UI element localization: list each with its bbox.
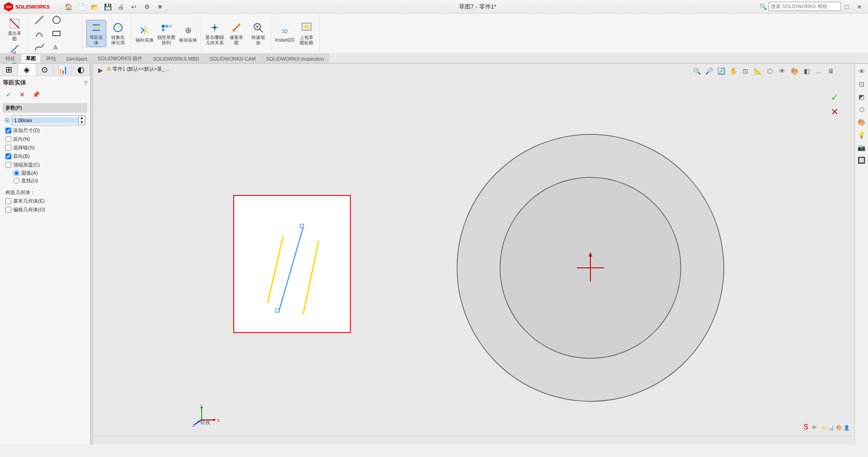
offset-geom-row: 偏移几何体(O) xyxy=(3,205,87,214)
tab-sw-mbd[interactable]: SOLIDWORKS MBD xyxy=(148,54,204,63)
rotate-view-btn[interactable]: 🔄 xyxy=(716,66,726,76)
bidirectional-label: 双向(B) xyxy=(13,153,30,160)
panel-title: 等距实体 xyxy=(3,79,26,87)
instant2d-btn[interactable]: 2D Instant2D xyxy=(275,20,295,47)
add-dim-checkbox[interactable] xyxy=(5,128,11,133)
search-input[interactable] xyxy=(769,2,841,11)
svg-text:Y: Y xyxy=(199,404,202,406)
pan-btn[interactable]: ✋ xyxy=(728,66,739,76)
tab-sketch[interactable]: 草图 xyxy=(21,54,41,63)
display-style-btn[interactable]: ⬡ xyxy=(764,66,775,76)
move-entities-btn[interactable]: ⊕ 移动实体 xyxy=(178,20,198,47)
view-orient-btn[interactable]: ⊡ xyxy=(740,66,751,76)
arc-btn[interactable] xyxy=(31,27,47,40)
options-btn[interactable]: ▼ xyxy=(154,2,166,12)
tab-sw-cam[interactable]: SOLIDWORKS CAM xyxy=(205,54,261,63)
sketch-svg xyxy=(234,196,350,332)
rect-btn[interactable] xyxy=(48,27,65,40)
mirror-icon xyxy=(138,24,151,37)
rs-floor-btn[interactable]: 🔲 xyxy=(856,154,868,166)
more-views-btn[interactable]: … xyxy=(813,66,824,76)
rs-section-btn[interactable]: ◩ xyxy=(856,91,868,103)
line-btn[interactable] xyxy=(31,14,47,26)
line-radio[interactable] xyxy=(14,178,19,184)
print-btn[interactable]: 🖨 xyxy=(115,2,127,12)
panel-ok-btn[interactable]: ✓ xyxy=(3,90,14,100)
repair-sketch-btn[interactable]: 修复草图 xyxy=(226,20,246,47)
quick-zoom-icon xyxy=(252,21,264,34)
basic-geom-checkbox[interactable] xyxy=(5,198,11,204)
tab-feature[interactable]: 特征 xyxy=(0,54,20,63)
close-btn[interactable]: ✕ xyxy=(854,2,865,12)
panel-tab-config-mgr[interactable]: ⊙ xyxy=(36,64,54,76)
rs-display-btn[interactable]: ⊡ xyxy=(856,78,868,90)
panel-tab-feature-mgr[interactable]: ⊞ xyxy=(0,64,18,76)
quick-zoom-btn[interactable]: 快速缩放 xyxy=(248,20,268,47)
spin-down-btn[interactable]: ▼ xyxy=(79,120,85,125)
value-spinner: ▲ ▼ xyxy=(78,116,85,125)
svg-line-26 xyxy=(259,29,263,32)
spline-btn[interactable] xyxy=(31,41,47,53)
select-chain-checkbox[interactable] xyxy=(5,145,11,151)
titlebar: SW SOLIDWORKS 🏠 📄 📂 💾 🖨 ↩ ⚙ ▼ 草图7 - 零件1*… xyxy=(0,0,868,14)
tab-evaluate[interactable]: 评估 xyxy=(41,54,61,63)
search-icon: 🔍 xyxy=(760,3,767,10)
tg-exit: 退出草图 Ø 智能尺寸 xyxy=(2,15,28,52)
save-btn[interactable]: 💾 xyxy=(102,2,113,12)
color-sketch-btn[interactable]: 上色草图轮廓 xyxy=(297,20,316,47)
offset-dist-icon xyxy=(5,117,10,124)
rs-light-btn[interactable]: 💡 xyxy=(856,129,868,141)
rs-view-btn[interactable]: 👁 xyxy=(856,66,868,77)
standard-views-btn[interactable]: 📐 xyxy=(752,66,763,76)
panel-pin-btn[interactable]: 📌 xyxy=(30,90,42,100)
offset-value-input[interactable]: 1.00mm xyxy=(12,117,78,124)
exit-sketch-btn[interactable]: 退出草图 xyxy=(5,17,24,42)
panel-tab-property-mgr[interactable]: ◈ xyxy=(18,64,36,76)
mirror-entities-btn[interactable]: 镜向实体 xyxy=(135,20,155,47)
hide-show-btn[interactable]: 👁 xyxy=(777,66,788,76)
offset-geom-checkbox[interactable] xyxy=(5,207,11,213)
convert-entities-btn[interactable]: 转换实体引用 xyxy=(108,20,128,47)
circle-btn[interactable] xyxy=(48,14,65,26)
linear-pattern-btn[interactable]: 线性草图阵列 xyxy=(156,20,176,47)
viewport-ok-btn[interactable]: ✓ xyxy=(828,91,841,104)
panel-tab-dimxpert[interactable]: 📊 xyxy=(54,64,72,76)
watermark: S 中 ⚡ 📊 🎨 👤 xyxy=(804,423,850,431)
text-btn[interactable]: A xyxy=(48,41,65,53)
tab-dimxpert[interactable]: DimXpert xyxy=(61,54,92,63)
panel-title-bar: 等距实体 ? xyxy=(3,79,87,87)
rs-camera-btn[interactable]: 📷 xyxy=(856,142,868,153)
construct-header-row: 构造几何体： xyxy=(3,188,87,197)
tab-sw-inspection[interactable]: SOLIDWORKS Inspection xyxy=(261,54,329,63)
panel-help-btn[interactable]: ? xyxy=(84,80,87,86)
tab-sw-plugins[interactable]: SOLIDWORKS 插件 xyxy=(93,54,148,63)
left-panel: ⊞ ◈ ⊙ 📊 ◐ 等距实体 ? ✓ ✕ 📌 参数(P) xyxy=(0,64,90,445)
rs-color-btn[interactable]: 🎨 xyxy=(856,116,868,128)
viewport[interactable]: ▶ ⚙ 零件1 (默认<<默认>显_... 🔍 🔎 🔄 ✋ ⊡ 📐 ⬡ 👁 🎨 … xyxy=(93,64,854,445)
monitor-btn[interactable]: 🖥 xyxy=(826,66,836,76)
appearance-btn[interactable]: 🎨 xyxy=(789,66,800,76)
rs-wireframe-btn[interactable]: ⬡ xyxy=(856,104,868,115)
cap-ends-checkbox[interactable] xyxy=(5,162,11,168)
undo-btn[interactable]: ↩ xyxy=(128,2,140,12)
show-relations-btn[interactable]: 显示/删除几何关系 xyxy=(205,20,225,47)
new-btn[interactable]: 📄 xyxy=(75,2,87,12)
svg-point-31 xyxy=(304,24,309,29)
viewport-cancel-btn[interactable]: ✕ xyxy=(828,105,841,118)
zoom-fit-btn[interactable]: 🔍 xyxy=(691,66,702,76)
panel-tab-appearance[interactable]: ◐ xyxy=(72,64,90,76)
svg-rect-18 xyxy=(162,29,165,31)
panel-cancel-btn[interactable]: ✕ xyxy=(16,90,28,100)
arc-radio[interactable] xyxy=(14,170,19,176)
zoom-area-btn[interactable]: 🔎 xyxy=(703,66,714,76)
maximize-btn[interactable]: □ xyxy=(841,2,853,12)
open-btn[interactable]: 📂 xyxy=(89,2,100,12)
bidirectional-checkbox[interactable] xyxy=(5,153,11,159)
vp-nav-arrow[interactable]: ▶ xyxy=(95,65,106,76)
section-view-btn[interactable]: ◧ xyxy=(801,66,812,76)
spin-up-btn[interactable]: ▲ xyxy=(79,116,85,120)
offset-entities-btn[interactable]: 等距实体 xyxy=(86,20,106,47)
misc-btn[interactable]: ⚙ xyxy=(141,2,153,12)
home-btn[interactable]: 🏠 xyxy=(62,2,74,12)
reverse-checkbox[interactable] xyxy=(5,136,11,142)
